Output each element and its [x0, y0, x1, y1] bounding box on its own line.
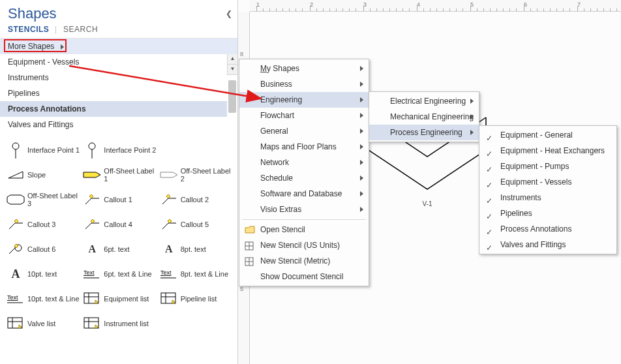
gallery-shape[interactable]: Off-Sheet Label 1: [82, 162, 158, 187]
submenu-engineering: Electrical EngineeringMechanical Enginee…: [369, 91, 479, 142]
menu-item[interactable]: Schedule: [239, 170, 369, 186]
shape-label: Callout 2: [181, 196, 209, 204]
svg-marker-13: [166, 194, 170, 198]
menu-item[interactable]: Electrical Engineering: [369, 93, 479, 109]
gallery-shape[interactable]: Text10pt. text & Line: [5, 286, 82, 311]
shape-icon: [7, 190, 25, 209]
gallery-shape[interactable]: Valve list: [5, 311, 82, 336]
menu-item[interactable]: ✓Process Annotations: [479, 221, 616, 237]
menu-item-label: Process Annotations: [500, 224, 571, 234]
shape-icon: [7, 215, 25, 234]
gallery-shape[interactable]: Equipment list: [82, 286, 158, 311]
ruler-number: 8: [240, 51, 243, 57]
menu-separator: [242, 219, 366, 220]
chevron-right-icon: [61, 44, 64, 50]
svg-point-2: [89, 143, 95, 149]
menu-item[interactable]: ✓Instruments: [479, 190, 616, 205]
chevron-right-icon: [360, 82, 363, 87]
shape-label: 6pt. text: [104, 245, 129, 253]
gallery-shape[interactable]: Interface Point 1: [5, 138, 82, 162]
svg-point-0: [12, 143, 19, 149]
scroll-down-button[interactable]: ▼: [227, 65, 237, 75]
menu-item[interactable]: New Stencil (US Units): [239, 237, 369, 253]
scroll-up-button[interactable]: ▲: [227, 54, 237, 65]
stencil-item[interactable]: Valves and Fittings: [0, 117, 227, 132]
menu-item-label: Instruments: [500, 193, 541, 202]
svg-marker-5: [83, 172, 100, 177]
shapes-tabs: STENCILS SEARCH: [0, 25, 237, 38]
menu-item[interactable]: Software and Database: [239, 186, 369, 202]
gallery-shape[interactable]: A6pt. text: [82, 237, 158, 262]
menu-item[interactable]: Visio Extras: [239, 202, 369, 217]
gallery-shape[interactable]: Callout 6: [5, 237, 82, 262]
gallery-shape[interactable]: Instrument list: [82, 311, 158, 336]
gallery-shape[interactable]: Pipeline list: [159, 286, 235, 311]
svg-marker-4: [8, 172, 23, 178]
more-shapes-label: More Shapes: [8, 42, 54, 51]
menu-item[interactable]: Engineering: [239, 92, 369, 108]
menu-item[interactable]: Mechanical Engineering: [369, 109, 479, 125]
scroll-thumb[interactable]: [228, 80, 236, 113]
gallery-shape[interactable]: Off-Sheet Label 2: [159, 162, 235, 187]
shape-label: Valve list: [27, 320, 55, 327]
menu-item[interactable]: Show Document Stencil: [239, 269, 369, 284]
shape-icon: [83, 314, 101, 333]
menu-item[interactable]: General: [239, 123, 369, 139]
svg-text:Text: Text: [83, 269, 95, 276]
gallery-shape[interactable]: Callout 1: [82, 187, 158, 212]
menu-item-label: Network: [260, 158, 289, 167]
gallery-shape[interactable]: Callout 3: [5, 212, 82, 237]
menu-item[interactable]: My Shapes: [239, 61, 369, 76]
menu-item[interactable]: ✓Equipment - Heat Exchangers: [479, 143, 616, 159]
shape-label: Off-Sheet Label 3: [27, 192, 80, 207]
shape-label: Interface Point 2: [104, 146, 156, 154]
svg-marker-10: [89, 194, 93, 198]
gallery-shape[interactable]: Callout 4: [82, 212, 158, 237]
gallery-shape[interactable]: Text8pt. text & Line: [159, 262, 235, 286]
menu-item[interactable]: Flowchart: [239, 108, 369, 123]
canvas-shape-label: V-1: [362, 200, 492, 207]
menu-item[interactable]: ✓Equipment - General: [479, 127, 616, 143]
shape-label: Callout 6: [27, 245, 55, 253]
gallery-shape[interactable]: Text6pt. text & Line: [82, 262, 158, 286]
more-shapes-row[interactable]: More Shapes: [0, 38, 237, 54]
menu-item[interactable]: ✓Pipelines: [479, 205, 616, 221]
stencil-item[interactable]: Process Annotations: [0, 101, 227, 117]
menu-item-label: Business: [260, 80, 292, 89]
menu-item[interactable]: Network: [239, 155, 369, 170]
gallery-shape[interactable]: A8pt. text: [159, 237, 235, 262]
menu-item[interactable]: Maps and Floor Plans: [239, 139, 369, 155]
tab-stencils[interactable]: STENCILS: [8, 25, 49, 34]
menu-item[interactable]: ✓Valves and Fittings: [479, 237, 616, 252]
svg-text:Text: Text: [160, 269, 172, 276]
chevron-right-icon: [360, 129, 363, 134]
gallery-shape[interactable]: Slope: [5, 162, 82, 187]
menu-item-label: Mechanical Engineering: [390, 112, 474, 121]
menu-item[interactable]: New Stencil (Metric): [239, 253, 369, 269]
gallery-shape[interactable]: Off-Sheet Label 3: [5, 187, 82, 212]
menu-item-label: Pipelines: [500, 209, 532, 218]
menu-item[interactable]: Business: [239, 76, 369, 92]
ruler-number: 5: [240, 286, 243, 292]
gallery-shape[interactable]: Callout 2: [159, 187, 235, 212]
stencil-item[interactable]: Instruments: [0, 70, 227, 85]
menu-item[interactable]: Open Stencil: [239, 222, 369, 237]
menu-item[interactable]: Process Engineering: [369, 125, 479, 140]
shape-label: Pipeline list: [181, 295, 217, 303]
tab-search[interactable]: SEARCH: [63, 25, 98, 34]
svg-marker-7: [7, 195, 24, 204]
chevron-right-icon: [360, 66, 363, 71]
stencil-item[interactable]: Pipelines: [0, 85, 227, 101]
menu-item[interactable]: ✓Equipment - Pumps: [479, 159, 616, 174]
shapes-pane-title: Shapes ❮: [0, 0, 237, 25]
gallery-shape[interactable]: Callout 5: [159, 212, 235, 237]
gallery-shape[interactable]: A10pt. text: [5, 262, 82, 286]
shape-icon: [83, 215, 101, 234]
stencil-item[interactable]: Equipment - Vessels: [0, 54, 227, 70]
chevron-right-icon: [360, 191, 363, 196]
shape-label: 8pt. text & Line: [181, 270, 228, 278]
collapse-pane-button[interactable]: ❮: [226, 9, 232, 18]
menu-item[interactable]: ✓Equipment - Vessels: [479, 174, 616, 190]
menu-item-label: Equipment - General: [500, 130, 573, 140]
gallery-shape[interactable]: Interface Point 2: [82, 138, 158, 162]
